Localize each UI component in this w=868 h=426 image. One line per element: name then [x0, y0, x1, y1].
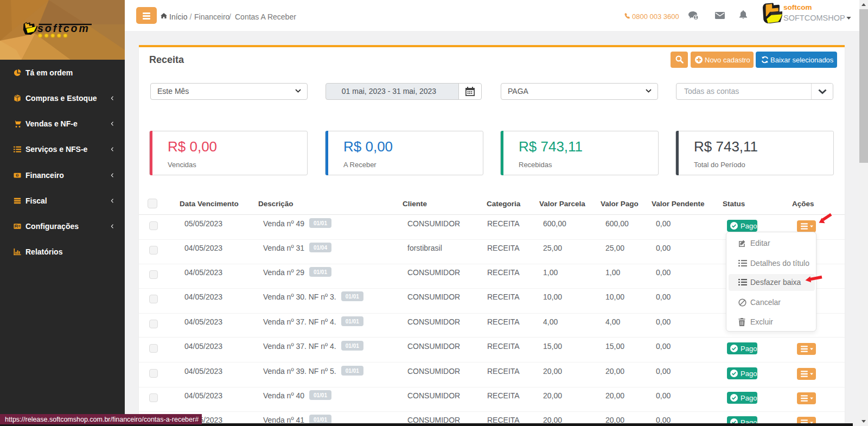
- svg-text:softcom: softcom: [37, 22, 90, 34]
- svg-text:0: 0: [16, 174, 18, 177]
